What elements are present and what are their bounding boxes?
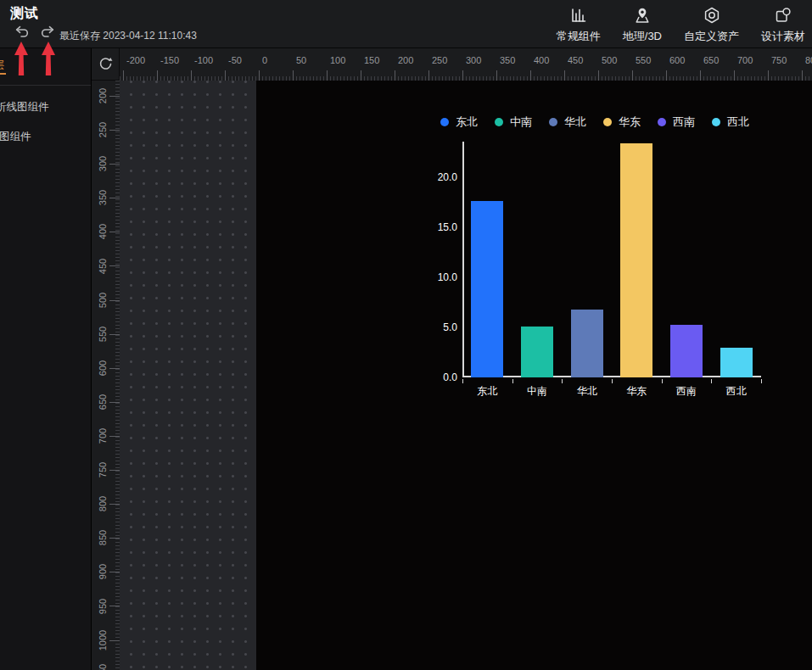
x-axis-tick — [711, 379, 712, 383]
h-ruler-label: 750 — [771, 55, 787, 65]
legend-label: 华东 — [619, 114, 641, 130]
legend-item[interactable]: 西北 — [712, 114, 749, 130]
v-ruler[interactable]: 2002503003504004505005506006507007508008… — [92, 81, 120, 670]
h-ruler-label: 350 — [500, 55, 515, 65]
legend-item[interactable]: 华北 — [549, 114, 586, 130]
chart-plot-area — [462, 142, 761, 377]
x-axis-label: 华东 — [611, 384, 662, 399]
legend-dot — [440, 118, 449, 126]
v-ruler-label: 600 — [98, 355, 109, 381]
refresh-icon — [98, 56, 114, 72]
h-ruler-label: 100 — [330, 55, 345, 65]
legend-item[interactable]: 华东 — [603, 114, 641, 130]
h-ruler-label: 700 — [737, 55, 753, 65]
annotation-arrow-redo — [41, 42, 56, 75]
h-ruler-label: 300 — [466, 55, 481, 65]
v-ruler-label: 750 — [98, 457, 109, 483]
h-ruler-label: 0 — [262, 55, 267, 65]
chart-bar[interactable] — [471, 201, 503, 378]
tool-design-materials[interactable]: 设计素材 — [761, 6, 805, 44]
v-ruler-label: 550 — [98, 321, 109, 347]
h-ruler-label: 600 — [669, 55, 685, 65]
v-ruler-label: 700 — [98, 423, 109, 449]
tool-common-components[interactable]: 常规组件 — [557, 6, 601, 44]
y-axis-label: 10.0 — [420, 271, 457, 283]
h-ruler-label: -50 — [228, 55, 242, 65]
h-ruler-label: 400 — [534, 55, 549, 65]
toolbar-panels: 常规组件 地理/3D 自定义资产 — [557, 6, 805, 44]
bar-chart[interactable]: 东北中南华北华东西南西北 东北中南华北华东西南西北0.05.010.015.02… — [420, 108, 770, 396]
clipped-active-tab[interactable]: 层 — [0, 58, 6, 75]
legend-label: 西南 — [673, 114, 695, 130]
undo-arrow-icon — [14, 24, 31, 41]
y-axis-label: 0.0 — [420, 371, 457, 383]
project-title: 测试 — [10, 5, 39, 23]
layer-item-chart[interactable]: 图组件 — [0, 130, 31, 144]
x-axis-tick — [562, 379, 563, 383]
x-axis-tick — [612, 379, 613, 383]
y-axis-label: 20.0 — [420, 171, 457, 183]
v-ruler-label: 1050 — [98, 662, 109, 670]
tool-label: 自定义资产 — [684, 29, 739, 44]
legend-label: 华北 — [564, 114, 586, 130]
v-ruler-label: 350 — [98, 185, 109, 210]
x-axis-label: 东北 — [462, 384, 512, 399]
tool-custom-assets[interactable]: 自定义资产 — [684, 6, 739, 44]
undo-button[interactable] — [14, 24, 31, 41]
layer-item-line-chart[interactable]: 折线图组件 — [0, 100, 49, 114]
v-ruler-label: 450 — [98, 254, 109, 279]
x-axis-tick — [462, 379, 463, 383]
clipped-tab-text: 层 — [0, 58, 4, 73]
h-ruler[interactable]: -200-150-100-500501001502002503003504004… — [120, 48, 812, 81]
chart-legend: 东北中南华北华东西南西北 — [420, 114, 770, 130]
map-pin-icon — [633, 6, 652, 25]
h-ruler-label: -100 — [194, 55, 213, 65]
legend-label: 中南 — [510, 114, 532, 130]
chart-bar[interactable] — [571, 310, 603, 377]
x-axis-tick — [761, 379, 762, 383]
h-ruler-label: 500 — [602, 55, 617, 65]
canvas-offstage-area[interactable] — [120, 81, 256, 670]
ruler-reset-button[interactable] — [92, 48, 120, 81]
chart-bar[interactable] — [720, 348, 753, 377]
legend-item[interactable]: 西南 — [658, 114, 695, 130]
x-axis-label: 中南 — [512, 384, 563, 399]
v-ruler-label: 250 — [98, 117, 109, 142]
h-ruler-label: 250 — [432, 55, 447, 65]
h-ruler-label: -150 — [160, 55, 179, 65]
y-axis-label: 5.0 — [420, 321, 457, 333]
h-ruler-label: 200 — [398, 55, 413, 65]
v-ruler-label: 650 — [98, 389, 109, 415]
legend-label: 西北 — [727, 114, 749, 130]
tool-label: 设计素材 — [761, 29, 805, 44]
x-axis-label: 西南 — [661, 384, 712, 399]
hexagon-gear-icon — [703, 6, 721, 25]
h-ruler-label: 150 — [364, 55, 379, 65]
h-ruler-label: -200 — [126, 55, 145, 65]
v-ruler-label: 850 — [98, 525, 109, 550]
v-ruler-label: 200 — [98, 83, 109, 109]
chart-bar[interactable] — [670, 325, 703, 377]
chart-bar[interactable] — [521, 327, 553, 377]
legend-item[interactable]: 中南 — [495, 114, 532, 130]
topbar: 测试 最近保存 2023-04-12 11:10:43 — [0, 0, 812, 48]
v-ruler-label: 500 — [98, 288, 109, 313]
tool-geo-3d[interactable]: 地理/3D — [623, 6, 662, 44]
legend-dot — [712, 118, 720, 126]
h-ruler-label: 650 — [703, 55, 719, 65]
legend-dot — [495, 118, 503, 126]
legend-dot — [603, 118, 612, 126]
v-ruler-label: 900 — [98, 559, 109, 584]
chart-bar[interactable] — [620, 143, 652, 377]
last-saved-text: 最近保存 2023-04-12 11:10:43 — [59, 29, 197, 43]
redo-arrow-icon — [39, 24, 56, 41]
tool-label: 地理/3D — [623, 29, 662, 44]
shapes-icon — [774, 6, 792, 25]
redo-button[interactable] — [39, 24, 56, 41]
h-ruler-label: 800 — [805, 55, 812, 65]
v-ruler-label: 950 — [98, 594, 109, 619]
legend-item[interactable]: 东北 — [440, 114, 478, 130]
h-ruler-label: 50 — [296, 55, 306, 65]
v-ruler-label: 1000 — [98, 628, 109, 653]
x-axis-label: 华北 — [562, 384, 613, 399]
